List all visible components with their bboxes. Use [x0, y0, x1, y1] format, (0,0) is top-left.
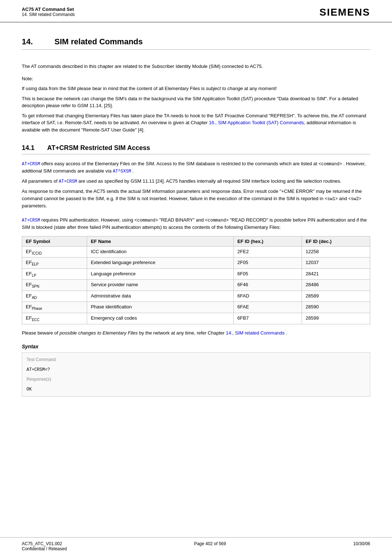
header-left: AC75 AT Command Set 14. SIM related Comm… — [22, 7, 75, 17]
link-chapter14[interactable]: 14., SIM related Commands — [226, 330, 285, 336]
table-cell-hex: 6F05 — [234, 268, 302, 280]
table-header-hex: EF ID (hex.) — [234, 236, 302, 246]
note-block: Note: If using data from the SIM please … — [22, 75, 370, 134]
table-cell-dec: 28599 — [302, 313, 370, 324]
link-atcrsm1[interactable]: AT+CRSM — [22, 161, 40, 166]
para1-text3: . — [132, 168, 134, 174]
link-chapter16[interactable]: 16., SIM Application Toolkit (SAT) Comma… — [209, 120, 304, 125]
footer-left: AC75_ATC_V01.002 Confidential / Released — [22, 541, 67, 551]
main-content: 14. SIM related Commands The AT commands… — [0, 23, 392, 426]
table-cell-dec: 28486 — [302, 280, 370, 291]
table-cell-dec: 28590 — [302, 302, 370, 313]
ef-table: EF Symbol EF Name EF ID (hex.) EF ID (de… — [22, 236, 370, 324]
para4-text: requires PIN authentication. However, us… — [41, 217, 135, 223]
code-cmd3: <command> — [205, 218, 229, 223]
table-row: EFPhasePhase identification6FAE28590 — [22, 302, 370, 313]
table-row: EFICCIDICC identification2FE212258 — [22, 246, 370, 258]
note-line3: To get informed that changing Elementary… — [22, 112, 370, 134]
syntax-row-test-cmd: AT+CRSM=? — [26, 365, 366, 374]
code-sw1: <sw1> — [325, 197, 338, 202]
table-cell-name: Extended language preference — [87, 258, 234, 269]
table-cell-symbol: EFLP — [22, 268, 87, 280]
table-cell-hex: 6F46 — [234, 280, 302, 291]
section-heading: 14.1 AT+CRSM Restricted SIM Access — [22, 144, 370, 154]
syntax-test-command-label: Test Command — [26, 357, 56, 362]
code-command1: <command> — [319, 162, 342, 167]
para4-text2: "READ BINARY" and — [159, 217, 205, 223]
table-cell-dec: 12037 — [302, 258, 370, 269]
syntax-box: Test Command AT+CRSM=? Response(s) OK — [22, 352, 370, 397]
table-cell-symbol: EFSPN — [22, 280, 87, 291]
siemens-logo: SIEMENS — [319, 7, 370, 18]
section-number: 14.1 — [22, 144, 40, 152]
note-line1: If using data from the SIM please bear i… — [22, 85, 370, 92]
code-sw2: <sw2> — [348, 197, 362, 202]
table-cell-hex: 6FB7 — [234, 313, 302, 324]
para3-mid: and — [339, 196, 348, 201]
syntax-row-ok: OK — [26, 384, 366, 394]
table-cell-hex: 2FE2 — [234, 246, 302, 258]
syntax-row-test-label: Test Command — [26, 355, 366, 365]
table-cell-dec: 28589 — [302, 291, 370, 302]
section-para2: All parameters of AT+CRSM are used as sp… — [22, 178, 370, 185]
page-header: AC75 AT Command Set 14. SIM related Comm… — [0, 0, 392, 23]
footer-doc-id: AC75_ATC_V01.002 — [22, 541, 67, 546]
table-header-symbol: EF Symbol — [22, 236, 87, 246]
link-atcrsm3[interactable]: AT+CRSM — [22, 217, 40, 223]
table-cell-dec: 12258 — [302, 246, 370, 258]
table-cell-hex: 6FAE — [234, 302, 302, 313]
para2-pre: All parameters of — [22, 178, 59, 184]
after-table-post: by the network at any time, refer Chapte… — [139, 330, 226, 336]
chapter-title: SIM related Commands — [54, 37, 143, 46]
para3-text: As response to the command, the AC75 sen… — [22, 189, 362, 201]
section-title: AT+CRSM Restricted SIM Access — [47, 144, 150, 152]
code-cmd2: <command> — [135, 218, 158, 223]
table-cell-dec: 28421 — [302, 268, 370, 280]
after-table-end: . — [286, 330, 287, 336]
table-cell-hex: 2F05 — [234, 258, 302, 269]
table-cell-name: Service provider name — [87, 280, 234, 291]
footer-status: Confidential / Released — [22, 546, 67, 551]
table-header-name: EF Name — [87, 236, 234, 246]
table-cell-name: ICC identification — [87, 246, 234, 258]
syntax-test-command: AT+CRSM=? — [26, 367, 50, 372]
table-cell-name: Phase identification — [87, 302, 234, 313]
footer-center: Page 402 of 569 — [194, 541, 226, 551]
chapter-number: 14. — [22, 37, 44, 46]
link-atsxsm[interactable]: AT^SXSM — [113, 168, 131, 174]
syntax-row-response-label: Response(s) — [26, 374, 366, 384]
note-line1-end: at any moment! — [243, 86, 277, 91]
note-label: Note: — [22, 75, 370, 82]
table-row: EFSPNService provider name6F4628486 — [22, 280, 370, 291]
after-table-text: Please beware of possible changes to Ele… — [22, 329, 370, 337]
link-atcrsm2[interactable]: AT+CRSM — [59, 178, 77, 184]
table-header-dec: EF ID (dec.) — [302, 236, 370, 246]
table-row: EFADAdministrative data6FAD28589 — [22, 291, 370, 302]
after-table-pre: Please beware of — [22, 330, 60, 336]
para2-text: are used as specified by GSM 11.11 [24].… — [78, 178, 342, 184]
section-para3: As response to the command, the AC75 sen… — [22, 188, 370, 209]
table-cell-hex: 6FAD — [234, 291, 302, 302]
header-subtitle: 14. SIM related Commands — [22, 12, 75, 17]
section-para4: AT+CRSM requires PIN authentication. How… — [22, 216, 370, 231]
note-line1-pre: If using data from the SIM please bear i… — [22, 86, 206, 91]
table-cell-name: Emergency call codes — [87, 313, 234, 324]
table-row: EFLPLanguage preference6F0528421 — [22, 268, 370, 280]
footer-right: 10/30/06 — [353, 541, 370, 551]
table-cell-symbol: EFICCID — [22, 246, 87, 258]
table-row: EFECCEmergency call codes6FB728599 — [22, 313, 370, 324]
chapter-heading: 14. SIM related Commands — [22, 37, 370, 50]
syntax-response-label: Response(s) — [26, 377, 51, 382]
header-title: AC75 AT Command Set — [22, 7, 75, 12]
table-cell-symbol: EFPhase — [22, 302, 87, 313]
table-row: EFELPExtended language preference2F05120… — [22, 258, 370, 269]
after-table-italic: possible changes to Elementary Files — [60, 330, 138, 336]
para1-text: offers easy access of the Elementary Fil… — [41, 161, 319, 166]
intro-para1: The AT commands described in this chapte… — [22, 63, 370, 70]
table-cell-symbol: EFELP — [22, 258, 87, 269]
syntax-ok: OK — [26, 387, 32, 392]
note-line2: This is because the network can change t… — [22, 95, 370, 109]
note-italic: subject to change — [206, 86, 243, 91]
para3-end: parameters. — [22, 203, 47, 208]
page-footer: AC75_ATC_V01.002 Confidential / Released… — [0, 537, 392, 555]
